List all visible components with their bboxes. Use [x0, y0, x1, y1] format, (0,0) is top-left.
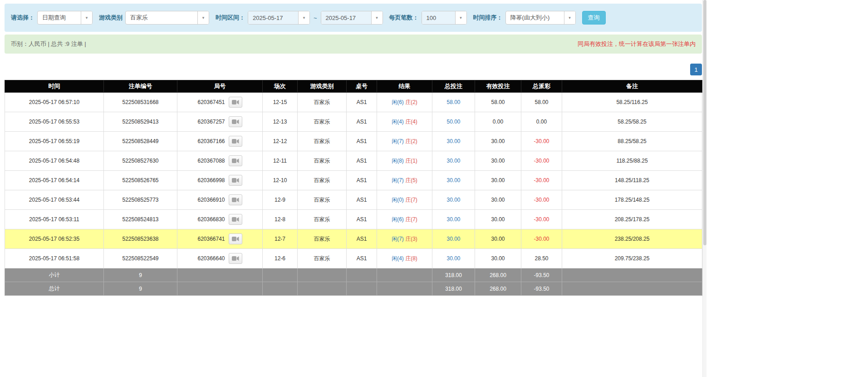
session-number: 12-15	[263, 93, 298, 112]
video-camera-icon	[232, 139, 239, 144]
player-result: 闲(0)	[392, 197, 404, 203]
sort-order-select[interactable]: 降幂(由大到小) ▾	[505, 11, 576, 25]
column-header: 场次	[263, 80, 298, 93]
game-type-cell: 百家乐	[298, 229, 347, 249]
player-result: 闲(4)	[392, 119, 404, 125]
page-1-button[interactable]: 1	[690, 64, 702, 75]
round-number-cell: 620367166	[177, 132, 263, 151]
same-round-notice: 同局有效投注，统一计算在该局第一张注单内	[578, 40, 696, 48]
game-type-value: 百家乐	[126, 11, 197, 24]
total-bet-cell: 30.00	[432, 229, 475, 249]
banker-result: 庄(1)	[405, 158, 417, 164]
video-replay-button[interactable]	[229, 253, 242, 264]
game-type-cell: 百家乐	[298, 132, 347, 151]
session-number: 12-13	[263, 112, 298, 132]
video-replay-button[interactable]	[229, 233, 242, 244]
payout: -30.00	[521, 132, 562, 151]
result-cell: 闲(8) 庄(1)	[377, 151, 432, 171]
round-number-cell: 620366998	[177, 171, 263, 190]
column-header: 桌号	[347, 80, 377, 93]
total-bet-link[interactable]: 30.00	[446, 177, 460, 184]
summary-count: 9	[104, 282, 177, 296]
session-number: 12-10	[263, 171, 298, 190]
note: 88.25/58.25	[562, 132, 702, 151]
total-bet-link[interactable]: 30.00	[446, 138, 460, 144]
session-number: 12-12	[263, 132, 298, 151]
valid-bet: 30.00	[475, 249, 521, 268]
summary-row: 小计9318.00268.00-93.50	[5, 268, 702, 282]
player-result: 闲(8)	[392, 158, 404, 164]
video-camera-icon	[232, 217, 239, 222]
note: 118.25/88.25	[562, 151, 702, 171]
total-bet-link[interactable]: 50.00	[446, 119, 460, 125]
banker-result: 庄(8)	[405, 255, 417, 262]
session-number: 12-7	[263, 229, 298, 249]
payout: -30.00	[521, 171, 562, 190]
round-number: 620367088	[197, 158, 225, 164]
table-number: AS1	[347, 93, 377, 112]
round-number-cell: 620367088	[177, 151, 263, 171]
video-replay-button[interactable]	[229, 116, 242, 127]
game-type-select[interactable]: 百家乐 ▾	[125, 11, 209, 25]
table-row: 2025-05-17 06:52:35522508523638620366741…	[5, 229, 702, 249]
note: 209.75/238.25	[562, 249, 702, 268]
total-bet-link[interactable]: 30.00	[446, 197, 460, 203]
round-number-cell: 620367451	[177, 93, 263, 112]
result-cell: 闲(7) 庄(3)	[377, 229, 432, 249]
bet-time: 2025-05-17 06:53:11	[5, 210, 104, 229]
video-replay-button[interactable]	[229, 194, 242, 205]
round-number: 620367257	[197, 119, 225, 125]
filter-bar: 请选择： 日期查询 ▾ 游戏类别 百家乐 ▾ 时间区间： 2025-05-17 …	[5, 4, 702, 32]
video-camera-icon	[232, 119, 239, 124]
game-type-cell: 百家乐	[298, 249, 347, 268]
video-replay-button[interactable]	[229, 155, 242, 166]
sort-order-value: 降幂(由大到小)	[506, 11, 564, 24]
total-bet-cell: 30.00	[432, 190, 475, 210]
banker-result: 庄(5)	[405, 177, 417, 184]
session-number: 12-9	[263, 190, 298, 210]
game-type-cell: 百家乐	[298, 210, 347, 229]
column-header: 局号	[177, 80, 263, 93]
date-from-select[interactable]: 2025-05-17 ▾	[248, 11, 310, 25]
search-button[interactable]: 查询	[582, 11, 606, 25]
query-type-select[interactable]: 日期查询 ▾	[37, 11, 93, 25]
total-bet-link[interactable]: 58.00	[446, 99, 460, 105]
payout: 0.00	[521, 112, 562, 132]
note: 208.25/178.25	[562, 210, 702, 229]
session-number: 12-6	[263, 249, 298, 268]
column-header: 总投注	[432, 80, 475, 93]
scrollbar-thumb[interactable]	[703, 0, 706, 245]
video-replay-button[interactable]	[229, 175, 242, 186]
valid-bet: 0.00	[475, 112, 521, 132]
bet-time: 2025-05-17 06:52:35	[5, 229, 104, 249]
total-bet-link[interactable]: 30.00	[446, 236, 460, 242]
query-type-value: 日期查询	[38, 11, 81, 24]
video-replay-button[interactable]	[229, 97, 242, 108]
table-row: 2025-05-17 06:54:48522508527630620367088…	[5, 151, 702, 171]
bet-time: 2025-05-17 06:54:48	[5, 151, 104, 171]
column-header: 备注	[562, 80, 702, 93]
vertical-scrollbar[interactable]	[702, 0, 706, 377]
valid-bet: 30.00	[475, 151, 521, 171]
total-bet-cell: 50.00	[432, 112, 475, 132]
round-number-cell: 620366910	[177, 190, 263, 210]
page-size-select[interactable]: 100 ▾	[422, 11, 467, 25]
round-number-cell: 620366830	[177, 210, 263, 229]
video-camera-icon	[232, 236, 239, 242]
total-bet-link[interactable]: 30.00	[446, 158, 460, 164]
session-number: 12-8	[263, 210, 298, 229]
video-replay-button[interactable]	[229, 214, 242, 225]
date-to-select[interactable]: 2025-05-17 ▾	[321, 11, 383, 25]
total-bet-link[interactable]: 30.00	[446, 255, 460, 262]
bet-time: 2025-05-17 06:54:14	[5, 171, 104, 190]
total-bet-link[interactable]: 30.00	[446, 216, 460, 223]
bet-number: 522508523638	[104, 229, 177, 249]
video-replay-button[interactable]	[229, 136, 242, 147]
bet-number: 522508524813	[104, 210, 177, 229]
table-number: AS1	[347, 171, 377, 190]
total-bet-cell: 30.00	[432, 249, 475, 268]
total-bet-cell: 30.00	[432, 132, 475, 151]
table-body: 2025-05-17 06:57:10522508531668620367451…	[5, 93, 702, 268]
result-cell: 闲(4) 庄(8)	[377, 249, 432, 268]
valid-bet: 30.00	[475, 132, 521, 151]
